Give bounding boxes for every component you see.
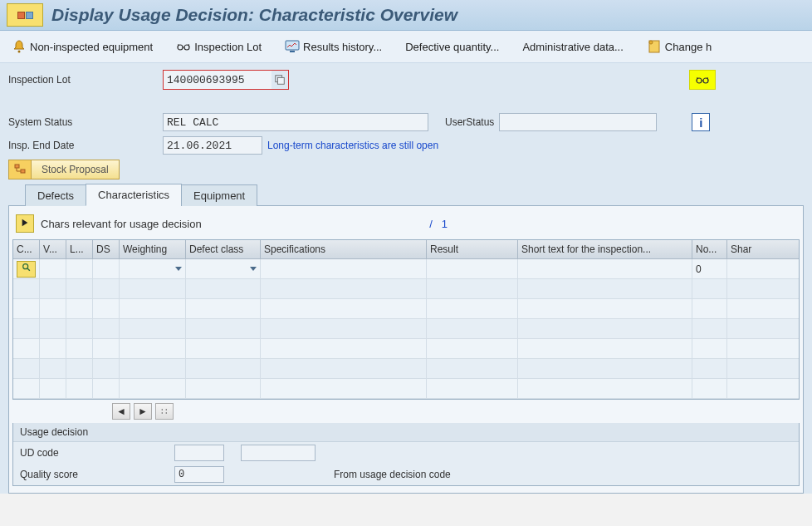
col-result[interactable]: Result: [427, 240, 518, 258]
characteristics-grid: C... V... L... DS Weighting Defect class…: [12, 239, 800, 400]
table-row: [13, 319, 799, 339]
chevron-down-icon[interactable]: [250, 267, 257, 271]
col-share[interactable]: Shar: [727, 240, 799, 258]
svg-rect-8: [277, 77, 284, 84]
glasses-icon: [695, 72, 710, 87]
scroll-right-button[interactable]: ►: [134, 403, 152, 420]
col-c[interactable]: C...: [13, 240, 40, 258]
inspection-lot-field-wrap[interactable]: 140000693995: [163, 70, 289, 90]
quality-score-row: Quality score 0 From usage decision code: [13, 464, 799, 485]
table-row: [13, 339, 799, 359]
chevron-down-icon[interactable]: [175, 267, 182, 271]
page-title: Display Usage Decision: Characteristic O…: [51, 5, 457, 25]
monitor-chart-icon: [285, 39, 300, 54]
stock-proposal-row: Stock Proposal: [8, 160, 804, 179]
col-weighting[interactable]: Weighting: [120, 240, 186, 258]
content-area: Inspection Lot 140000693995 System Statu…: [0, 63, 812, 494]
info-icon: i: [699, 116, 702, 130]
grid-h-scroll: ◄ ► ∷: [12, 400, 800, 423]
stock-tree-icon[interactable]: [8, 160, 32, 179]
table-row[interactable]: 0: [13, 259, 799, 279]
stock-proposal-label: Stock Proposal: [42, 164, 109, 175]
inspection-lot-row: Inspection Lot 140000693995: [8, 70, 804, 90]
stock-proposal-button[interactable]: Stock Proposal: [32, 160, 120, 179]
defective-quantity-button[interactable]: Defective quantity...: [402, 39, 502, 55]
svg-rect-12: [21, 170, 25, 173]
results-history-label: Results history...: [303, 41, 382, 53]
administrative-data-label: Administrative data...: [522, 41, 623, 53]
ud-code-label: UD code: [20, 447, 169, 459]
system-status-value: REL CALC: [163, 113, 428, 131]
inspection-lot-input[interactable]: 140000693995: [164, 71, 271, 89]
svg-rect-4: [290, 51, 295, 52]
insp-end-date-value: 21.06.2021: [163, 136, 262, 155]
tab-characteristics[interactable]: Characteristics: [86, 184, 182, 206]
non-inspected-equipment-button[interactable]: Non-inspected equipment: [8, 37, 156, 56]
change-history-button[interactable]: Change h: [643, 37, 715, 56]
non-inspected-equipment-label: Non-inspected equipment: [30, 41, 153, 53]
quality-score-label: Quality score: [20, 469, 169, 480]
highlighted-display-button[interactable]: [689, 70, 716, 90]
title-bar: Display Usage Decision: Characteristic O…: [0, 0, 812, 31]
main-toolbar: Non-inspected equipment Inspection Lot R…: [0, 31, 812, 63]
table-row: [13, 359, 799, 379]
col-defect-class[interactable]: Defect class: [186, 240, 261, 258]
characteristics-panel: Chars relevant for usage decision / 1 C.…: [8, 205, 804, 494]
dots-icon: ∷: [161, 406, 169, 417]
long-term-characteristics-message: Long-term characteristics are still open: [267, 140, 438, 151]
grid-header: C... V... L... DS Weighting Defect class…: [13, 240, 799, 259]
system-status-row: System Status REL CALC UserStatus i: [8, 113, 804, 131]
row-detail-button[interactable]: [17, 261, 36, 278]
magnifier-icon: [22, 263, 32, 275]
app-icon: [7, 3, 43, 27]
info-button[interactable]: i: [692, 113, 710, 131]
execute-button[interactable]: [16, 214, 34, 233]
usage-decision-panel: Usage decision UD code Quality score 0 F…: [12, 423, 800, 486]
chevron-left-icon: ◄: [116, 406, 126, 417]
col-ds[interactable]: DS: [93, 240, 120, 258]
tab-equipment[interactable]: Equipment: [181, 184, 257, 206]
col-specifications[interactable]: Specifications: [261, 240, 427, 258]
ud-code-input-1[interactable]: [174, 445, 224, 461]
ud-code-input-2[interactable]: [241, 445, 316, 461]
chars-count: / 1: [429, 218, 448, 230]
inspection-lot-tb-label: Inspection Lot: [194, 41, 262, 53]
defective-quantity-label: Defective quantity...: [405, 41, 499, 53]
cell-no: 0: [692, 259, 727, 278]
bell-icon: [12, 39, 27, 54]
system-status-label: System Status: [8, 116, 158, 128]
col-no[interactable]: No...: [692, 240, 727, 258]
col-short-text[interactable]: Short text for the inspection...: [518, 240, 692, 258]
quality-score-value: 0: [174, 466, 224, 483]
col-l[interactable]: L...: [66, 240, 93, 258]
svg-point-6: [649, 41, 653, 44]
svg-rect-11: [15, 165, 19, 168]
table-row: [13, 279, 799, 299]
user-status-value[interactable]: [499, 113, 657, 131]
svg-point-13: [22, 264, 27, 269]
tab-strip: Defects Characteristics Equipment: [8, 183, 804, 205]
chars-subbar: Chars relevant for usage decision / 1: [12, 213, 800, 239]
glasses-icon: [176, 39, 191, 54]
results-history-button[interactable]: Results history...: [281, 37, 385, 56]
scroll-icon: [647, 39, 662, 54]
chars-subbar-label: Chars relevant for usage decision: [41, 218, 202, 230]
table-row: [13, 299, 799, 319]
change-history-label: Change h: [665, 41, 712, 53]
insp-end-date-row: Insp. End Date 21.06.2021 Long-term char…: [8, 136, 804, 155]
scroll-left-button[interactable]: ◄: [112, 403, 130, 420]
table-row: [13, 379, 799, 399]
f4-help-icon[interactable]: [271, 72, 288, 87]
usage-decision-title: Usage decision: [13, 423, 799, 442]
from-ud-code-label: From usage decision code: [334, 469, 451, 480]
chevron-right-icon: ►: [138, 406, 148, 417]
inspection-lot-button[interactable]: Inspection Lot: [173, 37, 265, 56]
svg-point-0: [18, 51, 21, 53]
tab-defects[interactable]: Defects: [25, 184, 86, 206]
play-icon: [21, 218, 29, 229]
scroll-settings-button[interactable]: ∷: [155, 403, 174, 420]
administrative-data-button[interactable]: Administrative data...: [519, 39, 626, 55]
insp-end-date-label: Insp. End Date: [8, 140, 158, 151]
col-v[interactable]: V...: [40, 240, 66, 258]
user-status-label: UserStatus: [445, 116, 494, 128]
